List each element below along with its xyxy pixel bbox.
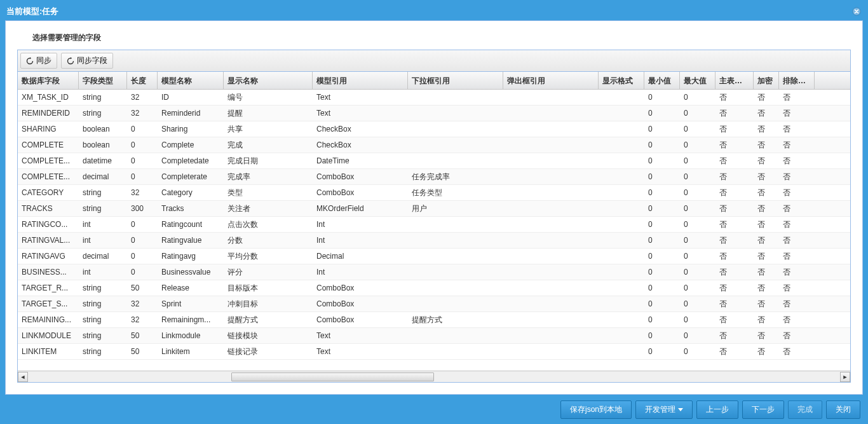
cell-fmt: [599, 301, 644, 306]
sync-fields-button[interactable]: 同步字段: [61, 53, 113, 69]
col-max[interactable]: 最大值: [680, 72, 715, 89]
cell-fmt: [599, 111, 644, 116]
col-min[interactable]: 最小值: [644, 72, 680, 89]
finish-button[interactable]: 完成: [788, 400, 822, 419]
cell-len: 0: [127, 265, 158, 279]
cell-pp: [503, 174, 599, 179]
close-icon[interactable]: [851, 6, 862, 17]
table-row[interactable]: LINKMODULEstring50Linkmodule链接模块Text00否否…: [18, 328, 850, 344]
cell-exc: 否: [779, 312, 815, 328]
cell-exc: 否: [779, 296, 815, 312]
grid-body[interactable]: XM_TASK_IDstring32ID编号Text00否否否REMINDERI…: [18, 90, 850, 371]
sync-button[interactable]: 同步: [20, 53, 57, 69]
cell-mr: Int: [313, 217, 408, 231]
dialog-window: 当前模型:任务 选择需要管理的字段 同步 同步字段 数据库字段 字段类: [0, 0, 868, 424]
scroll-thumb[interactable]: [231, 373, 435, 381]
cell-max: 0: [680, 297, 715, 311]
col-master-link[interactable]: 主表连排: [715, 72, 754, 89]
cell-ft: string: [79, 345, 127, 359]
col-display-name[interactable]: 显示名称: [224, 72, 313, 89]
prev-button[interactable]: 上一步: [696, 400, 738, 419]
cell-max: 0: [680, 313, 715, 327]
col-field-type[interactable]: 字段类型: [79, 72, 127, 89]
table-row[interactable]: TARGET_S...string32Sprint冲刺目标ComboBox00否…: [18, 296, 850, 312]
table-row[interactable]: BUSINESS...int0Businessvalue评分Int00否否否: [18, 264, 850, 280]
cell-fmt: [599, 285, 644, 291]
next-button[interactable]: 下一步: [742, 400, 784, 419]
col-db-field[interactable]: 数据库字段: [18, 72, 79, 89]
cell-dd: [408, 142, 503, 147]
col-popup-ref[interactable]: 弹出框引用: [503, 72, 599, 89]
cell-db: LINKMODULE: [18, 329, 79, 343]
cell-len: 0: [127, 122, 158, 136]
footer-buttons: 保存json到本地 开发管理 上一步 下一步 完成 关闭: [560, 400, 860, 419]
scroll-track[interactable]: [28, 372, 840, 382]
cell-max: 0: [680, 138, 715, 152]
cell-dn: 分数: [224, 233, 313, 249]
table-row[interactable]: SHARINGboolean0Sharing共享CheckBox00否否否: [18, 121, 850, 137]
cell-ft: string: [79, 202, 127, 215]
cell-dd: [408, 158, 503, 163]
table-row[interactable]: TRACKSstring300Tracks关注者MKOrderField用户00…: [18, 201, 850, 217]
cell-enc: 否: [754, 296, 779, 312]
dev-manage-button[interactable]: 开发管理: [635, 400, 693, 419]
cell-dn: 点击次数: [224, 217, 313, 233]
cell-dd: [408, 270, 503, 275]
col-length[interactable]: 长度: [127, 72, 158, 89]
cell-dd: [408, 333, 503, 338]
col-dropdown-ref[interactable]: 下拉框引用: [408, 72, 503, 89]
col-display-format[interactable]: 显示格式: [599, 72, 644, 89]
cell-fmt: [599, 206, 644, 211]
close-button[interactable]: 关闭: [826, 400, 860, 419]
sync-label: 同步: [36, 55, 51, 66]
cell-mn: Linkitem: [158, 345, 224, 359]
cell-ft: boolean: [79, 138, 127, 152]
table-row[interactable]: RATINGVAL...int0Ratingvalue分数Int00否否否: [18, 233, 850, 249]
save-json-button[interactable]: 保存json到本地: [560, 400, 632, 419]
cell-pp: [503, 222, 599, 227]
cell-exc: 否: [779, 153, 815, 169]
table-row[interactable]: TARGET_R...string50Release目标版本ComboBox00…: [18, 280, 850, 296]
cell-len: 32: [127, 297, 158, 311]
scroll-right-icon[interactable]: ►: [840, 372, 850, 382]
sync-fields-label: 同步字段: [77, 55, 107, 66]
cell-mn: Completerate: [158, 170, 224, 184]
cell-mn: ID: [158, 90, 224, 104]
cell-fmt: [599, 254, 644, 259]
horizontal-scrollbar[interactable]: ◄ ►: [18, 371, 850, 382]
cell-enc: 否: [754, 217, 779, 233]
col-exclude-audit[interactable]: 排除审计: [779, 72, 815, 89]
table-row[interactable]: COMPLETE...datetime0Completedate完成日期Date…: [18, 153, 850, 169]
cell-fmt: [599, 238, 644, 243]
cell-ft: string: [79, 90, 127, 104]
table-row[interactable]: REMINDERIDstring32Reminderid提醒Text00否否否: [18, 106, 850, 121]
cell-enc: 否: [754, 233, 779, 249]
cell-mst: 否: [715, 264, 754, 280]
cell-dd: [408, 349, 503, 354]
table-row[interactable]: REMAINING...string32Remainingm...提醒方式Com…: [18, 312, 850, 328]
cell-max: 0: [680, 329, 715, 343]
cell-max: 0: [680, 233, 715, 247]
cell-exc: 否: [779, 90, 815, 106]
table-row[interactable]: COMPLETE...decimal0Completerate完成率ComboB…: [18, 169, 850, 185]
table-row[interactable]: RATINGAVGdecimal0Ratingavg平均分数Decimal00否…: [18, 249, 850, 264]
cell-fmt: [599, 190, 644, 195]
cell-mn: Ratingcount: [158, 217, 224, 231]
col-encrypt[interactable]: 加密: [754, 72, 779, 89]
table-row[interactable]: LINKITEMstring50Linkitem链接记录Text00否否否: [18, 344, 850, 360]
grid-header: 数据库字段 字段类型 长度 模型名称 显示名称 模型引用 下拉框引用 弹出框引用…: [18, 72, 850, 90]
cell-mn: Sharing: [158, 122, 224, 136]
table-row[interactable]: COMPLETEboolean0Complete完成CheckBox00否否否: [18, 137, 850, 153]
table-row[interactable]: CATEGORYstring32Category类型ComboBox任务类型00…: [18, 185, 850, 201]
table-row[interactable]: XM_TASK_IDstring32ID编号Text00否否否: [18, 90, 850, 106]
cell-mr: Text: [313, 345, 408, 359]
table-row[interactable]: RATINGCO...int0Ratingcount点击次数Int00否否否: [18, 217, 850, 233]
scroll-left-icon[interactable]: ◄: [18, 372, 28, 382]
cell-min: 0: [644, 265, 680, 279]
cell-mn: Linkmodule: [158, 329, 224, 343]
cell-enc: 否: [754, 137, 779, 153]
col-model-ref[interactable]: 模型引用: [313, 72, 408, 89]
col-model-name[interactable]: 模型名称: [158, 72, 224, 89]
cell-db: XM_TASK_ID: [18, 90, 79, 104]
cell-mr: ComboBox: [313, 313, 408, 327]
